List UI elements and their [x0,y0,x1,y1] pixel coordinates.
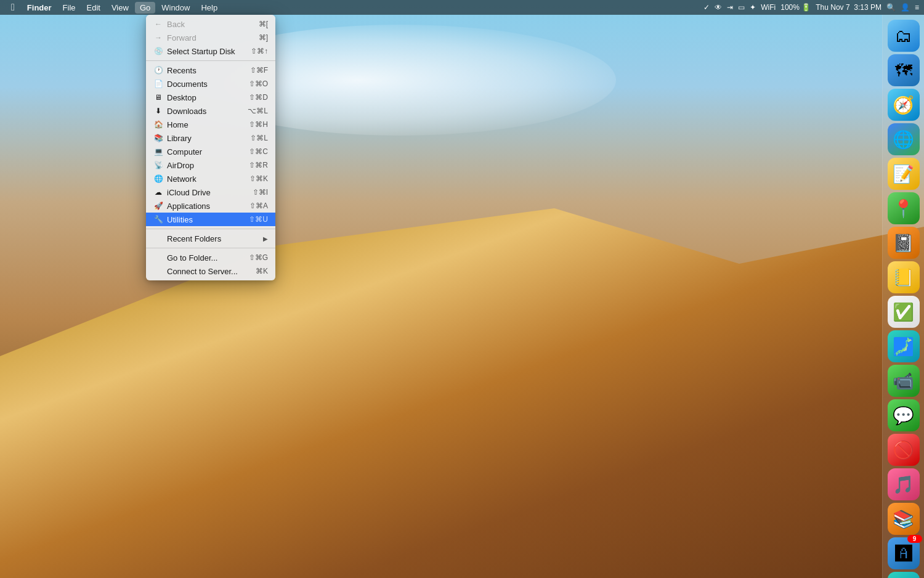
connect-server-icon [153,266,163,276]
menu-item-recent-folders[interactable]: Recent Folders [146,232,275,245]
menu-item-connect-server-label: Connect to Server... [167,267,256,276]
menubar-view[interactable]: View [107,2,134,14]
battery-label[interactable]: 100% 🔋 [780,3,811,12]
menu-item-forward[interactable]: → Forward ⌘] [146,31,275,44]
menubar-help[interactable]: Help [196,2,222,14]
library-icon: 📚 [153,133,163,143]
menu-item-forward-shortcut: ⌘] [259,33,268,42]
apple-menu[interactable]:  [5,2,21,13]
airplay-icon[interactable]: ▭ [738,3,745,12]
back-icon: ← [153,19,163,29]
airdrop-menubar-icon[interactable]: ⇥ [727,3,733,12]
menu-item-applications[interactable]: 🚀 Applications ⇧⌘A [146,199,275,213]
home-icon: 🏠 [153,120,163,129]
desktop [0,0,924,578]
dock-facetime[interactable]: 📹 [888,365,920,397]
menu-item-documents-shortcut: ⇧⌘O [249,79,268,88]
bluetooth-icon[interactable]: ✦ [750,3,756,12]
menubar-finder[interactable]: Finder [22,2,57,14]
menu-item-recents[interactable]: 🕐 Recents ⇧⌘F [146,63,275,77]
dock-maps[interactable]: 🗺 [888,54,920,86]
task-icon[interactable]: ✓ [703,3,710,12]
menubar-go[interactable]: Go [135,2,155,14]
menu-item-back-shortcut: ⌘[ [259,20,268,28]
desktop-icon: 🖥 [153,92,163,102]
dock-finder[interactable]: 🗂 [888,20,920,52]
datetime-label[interactable]: Thu Nov 7 3:13 PM [816,3,881,12]
menu-item-downloads[interactable]: ⬇ Downloads ⌥⌘L [146,104,275,118]
recent-folders-icon [153,234,163,243]
menu-item-downloads-label: Downloads [167,107,248,116]
menu-item-utilities[interactable]: 🔧 Utilities ⇧⌘U [146,213,275,226]
documents-icon: 📄 [153,79,163,89]
menu-item-go-to-folder[interactable]: Go to Folder... ⇧⌘G [146,251,275,264]
menu-item-library-shortcut: ⇧⌘L [250,134,268,142]
search-icon[interactable]: 🔍 [886,3,896,12]
separator-3 [146,248,275,248]
menu-item-startup[interactable]: 💿 Select Startup Disk ⇧⌘↑ [146,44,275,58]
menu-item-documents[interactable]: 📄 Documents ⇧⌘O [146,77,275,91]
menu-item-connect-server-shortcut: ⌘K [256,267,268,275]
separator-2 [146,229,275,229]
menu-item-library[interactable]: 📚 Library ⇧⌘L [146,131,275,145]
icloud-icon: ☁ [153,187,163,197]
dock-messages[interactable]: 💬 [888,399,920,431]
dock-safari[interactable]: 🧭 [888,89,920,121]
computer-icon: 💻 [153,147,163,157]
dock: 🗂 🗺 🧭 🌐 📝 📍 📓 📒 ✅ 🗾 📹 💬 🚫 🎵 📚 🅰 🔄 🌊 📊 >_… [882,15,924,578]
utilities-icon: 🔧 [153,214,163,224]
menubar-edit[interactable]: Edit [82,2,105,14]
menu-item-recent-folders-label: Recent Folders [167,234,261,243]
menu-item-library-label: Library [167,134,250,143]
menubar-left:  Finder File Edit View Go Window Help [5,2,222,14]
user-icon[interactable]: 👤 [901,3,910,12]
menubar-file[interactable]: File [58,2,81,14]
menubar-right: ✓ 👁 ⇥ ▭ ✦ WiFi 100% 🔋 Thu Nov 7 3:13 PM … [703,3,919,12]
dock-stickies[interactable]: 📝 [888,158,920,190]
dock-maps2[interactable]: 📍 [888,192,920,224]
menu-item-back[interactable]: ← Back ⌘[ [146,17,275,31]
menu-item-desktop[interactable]: 🖥 Desktop ⇧⌘D [146,91,275,104]
dock-music[interactable]: 🎵 [888,468,920,500]
menu-item-icloud[interactable]: ☁ iCloud Drive ⇧⌘I [146,185,275,199]
menu-item-network-shortcut: ⇧⌘K [249,174,268,183]
dock-reminders[interactable]: ✅ [888,296,920,328]
menu-item-downloads-shortcut: ⌥⌘L [248,107,268,115]
menu-item-recents-shortcut: ⇧⌘F [250,66,268,75]
go-menu-dropdown: ← Back ⌘[ → Forward ⌘] 💿 Select Startup … [146,15,275,280]
dock-chrome[interactable]: 🌐 [888,123,920,155]
wifi-icon[interactable]: WiFi [761,3,776,12]
menu-item-startup-shortcut: ⇧⌘↑ [251,47,268,55]
menu-item-recents-label: Recents [167,66,250,75]
menu-item-connect-server[interactable]: Connect to Server... ⌘K [146,264,275,278]
downloads-icon: ⬇ [153,106,163,116]
dock-blocked[interactable]: 🚫 [888,434,920,466]
menu-item-airdrop[interactable]: 📡 AirDrop ⇧⌘R [146,158,275,172]
menubar:  Finder File Edit View Go Window Help ✓… [0,0,924,15]
dock-maps3[interactable]: 🗾 [888,330,920,362]
dock-notebook[interactable]: 📓 [888,227,920,259]
dock-pocketsync[interactable]: 🔄 [888,572,920,578]
menu-item-airdrop-shortcut: ⇧⌘R [249,161,268,169]
separator-1 [146,60,275,61]
network-icon: 🌐 [153,174,163,184]
menu-item-computer[interactable]: 💻 Computer ⇧⌘C [146,145,275,158]
dock-notes[interactable]: 📒 [888,261,920,293]
menu-item-home-shortcut: ⇧⌘H [249,120,268,129]
menubar-window[interactable]: Window [156,2,195,14]
dock-appstore[interactable]: 🅰 [888,537,920,569]
forward-icon: → [153,33,163,43]
notification-icon[interactable]: ≡ [915,3,919,12]
menu-item-network[interactable]: 🌐 Network ⇧⌘K [146,172,275,185]
applications-icon: 🚀 [153,201,163,211]
menu-item-startup-label: Select Startup Disk [167,47,251,56]
dock-books[interactable]: 📚 [888,503,920,535]
menu-item-home[interactable]: 🏠 Home ⇧⌘H [146,118,275,131]
menu-item-computer-label: Computer [167,147,249,157]
eye-icon[interactable]: 👁 [715,3,722,12]
go-to-folder-icon [153,253,163,263]
menu-item-icloud-label: iCloud Drive [167,188,253,197]
menu-item-computer-shortcut: ⇧⌘C [249,147,268,156]
menu-item-go-to-folder-shortcut: ⇧⌘G [249,253,268,262]
menu-item-documents-label: Documents [167,79,249,89]
